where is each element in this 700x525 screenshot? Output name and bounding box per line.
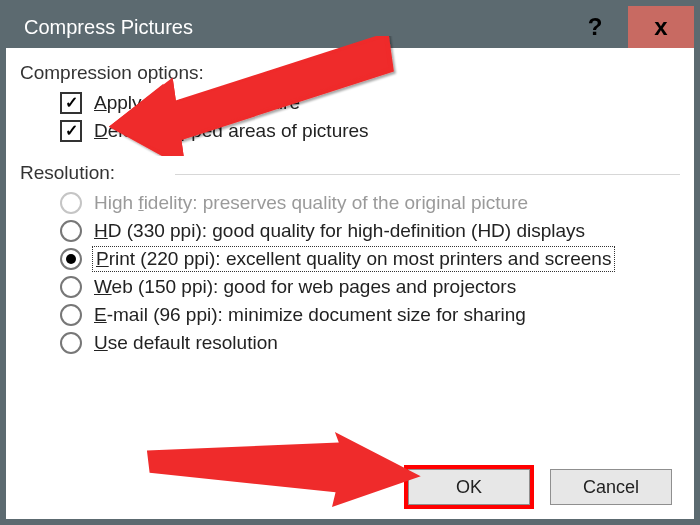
radio-icon	[60, 276, 82, 298]
svg-marker-4	[146, 426, 424, 516]
resolution-option[interactable]: E-mail (96 ppi): minimize document size …	[60, 304, 680, 326]
radio-icon	[60, 248, 82, 270]
resolution-option[interactable]: HD (330 ppi): good quality for high-defi…	[60, 220, 680, 242]
radio-label: Use default resolution	[94, 332, 278, 354]
checkbox-icon	[60, 92, 82, 114]
radio-icon	[60, 304, 82, 326]
compression-options-label: Compression options:	[20, 62, 680, 84]
resolution-option: High fidelity: preserves quality of the …	[60, 192, 680, 214]
cancel-button[interactable]: Cancel	[550, 469, 672, 505]
radio-icon	[60, 332, 82, 354]
help-icon: ?	[588, 13, 603, 41]
radio-label: HD (330 ppi): good quality for high-defi…	[94, 220, 585, 242]
checkbox-label: Apply only to this picture	[94, 92, 300, 114]
checkbox-icon	[60, 120, 82, 142]
checkbox-label: Delete cropped areas of pictures	[94, 120, 369, 142]
resolution-option[interactable]: Web (150 ppi): good for web pages and pr…	[60, 276, 680, 298]
ok-button[interactable]: OK	[408, 469, 530, 505]
close-icon: x	[654, 13, 667, 41]
radio-label: Print (220 ppi): excellent quality on mo…	[94, 248, 613, 270]
titlebar: Compress Pictures ? x	[6, 6, 694, 48]
apply-only-checkbox[interactable]: Apply only to this picture	[60, 92, 680, 114]
radio-label: High fidelity: preserves quality of the …	[94, 192, 528, 214]
radio-icon	[60, 192, 82, 214]
radio-label: Web (150 ppi): good for web pages and pr…	[94, 276, 516, 298]
help-button[interactable]: ?	[562, 6, 628, 48]
resolution-option[interactable]: Print (220 ppi): excellent quality on mo…	[60, 248, 680, 270]
dialog-body: Compression options: Apply only to this …	[6, 48, 694, 519]
dialog-buttons: OK Cancel	[408, 469, 672, 505]
close-button[interactable]: x	[628, 6, 694, 48]
resolution-label: Resolution:	[20, 162, 680, 184]
dialog-title: Compress Pictures	[6, 16, 193, 39]
resolution-options: High fidelity: preserves quality of the …	[20, 192, 680, 354]
radio-icon	[60, 220, 82, 242]
delete-cropped-checkbox[interactable]: Delete cropped areas of pictures	[60, 120, 680, 142]
annotation-arrow-bottom	[146, 426, 426, 516]
resolution-option[interactable]: Use default resolution	[60, 332, 680, 354]
radio-label: E-mail (96 ppi): minimize document size …	[94, 304, 526, 326]
